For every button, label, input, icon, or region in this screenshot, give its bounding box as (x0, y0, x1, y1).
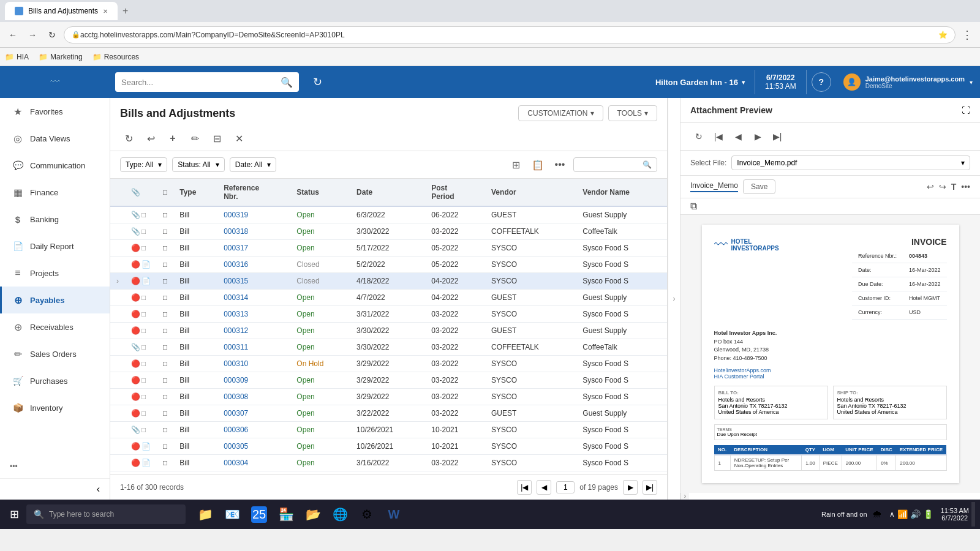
taskbar-icon-explorer[interactable]: 📂 (301, 502, 325, 527)
date-filter[interactable]: Date: All ▾ (230, 157, 277, 172)
sidebar-collapse-btn[interactable]: ‹ (0, 478, 110, 500)
redo-attachment-icon[interactable]: ↪ (939, 182, 946, 192)
help-btn[interactable]: ? (812, 72, 831, 92)
next-attachment-btn[interactable]: ▶ (749, 128, 766, 145)
row-ref-cell[interactable]: 000313 (217, 306, 290, 323)
taskbar-icon-store[interactable]: 🏪 (274, 502, 298, 527)
row-ref-cell[interactable]: 000318 (217, 223, 290, 240)
row-check-cell[interactable]: □ (157, 206, 173, 223)
tools-btn[interactable]: TOOLS ▾ (608, 105, 657, 121)
taskbar-icon-edge[interactable]: 🌐 (328, 502, 352, 527)
row-check-cell[interactable]: □ (157, 455, 173, 471)
row-check-cell[interactable]: □ (157, 356, 173, 372)
undo-attachment-icon[interactable]: ↩ (927, 182, 934, 192)
sidebar-item-sales-orders[interactable]: ✏ Sales Orders (0, 340, 110, 367)
taskbar-icon-chrome[interactable]: ⚙ (355, 502, 379, 527)
table-search-box[interactable]: 🔍 (573, 157, 657, 172)
refresh-attachment-btn[interactable]: ↻ (690, 128, 707, 145)
address-bar[interactable]: 🔒 acctg.hotelinvestorapps.com/Main?Compa… (64, 26, 956, 43)
prev-page-btn[interactable]: ◀ (537, 480, 551, 495)
row-check-cell[interactable]: □ (157, 306, 173, 323)
undo-btn[interactable]: ↩ (142, 130, 159, 147)
table-search-input[interactable] (579, 160, 640, 169)
row-check-cell[interactable]: □ (157, 290, 173, 306)
save-attachment-btn[interactable]: Save (743, 179, 775, 194)
ref-link[interactable]: 000315 (224, 277, 248, 285)
row-ref-cell[interactable]: 000316 (217, 257, 290, 273)
ref-link[interactable]: 000305 (224, 442, 248, 451)
right-collapse-btn[interactable]: › (680, 493, 689, 500)
new-tab-btn[interactable]: + (123, 6, 128, 17)
row-ref-cell[interactable]: 000307 (217, 405, 290, 422)
row-ref-cell[interactable]: 000319 (217, 206, 290, 223)
ref-link[interactable]: 000317 (224, 244, 248, 252)
row-ref-cell[interactable]: 000317 (217, 240, 290, 257)
row-ref-cell[interactable]: 000315 (217, 273, 290, 290)
hotel-selector[interactable]: Hilton Garden Inn - 16 ▾ (646, 73, 755, 92)
row-ref-cell[interactable]: 000311 (217, 339, 290, 356)
ref-link[interactable]: 000318 (224, 227, 248, 236)
edit-btn[interactable]: ✏ (186, 130, 203, 147)
row-ref-cell[interactable]: 000306 (217, 422, 290, 438)
sidebar-item-purchases[interactable]: 🛒 Purchases (0, 367, 110, 394)
ref-link[interactable]: 000307 (224, 409, 248, 418)
next-page-btn[interactable]: ▶ (623, 480, 638, 495)
row-check-cell[interactable]: □ (157, 273, 173, 290)
add-btn[interactable]: + (164, 130, 181, 147)
back-btn[interactable]: ← (5, 27, 21, 43)
ref-link[interactable]: 000319 (224, 211, 248, 219)
row-ref-cell[interactable]: 000305 (217, 438, 290, 455)
sidebar-item-daily-report[interactable]: 📄 Daily Report (0, 233, 110, 260)
save-row-btn[interactable]: ⊟ (208, 130, 225, 147)
text-attachment-icon[interactable]: T (951, 182, 957, 192)
ref-link[interactable]: 000311 (224, 343, 248, 351)
sidebar-item-data-views[interactable]: ◎ Data Views (0, 125, 110, 152)
ref-link[interactable]: 000304 (224, 459, 248, 467)
refresh-btn[interactable]: ↻ (120, 130, 137, 147)
ref-link[interactable]: 000309 (224, 376, 248, 384)
sidebar-item-communication[interactable]: 💬 Communication (0, 152, 110, 179)
sidebar-item-favorites[interactable]: ★ Favorites (0, 98, 110, 125)
row-check-cell[interactable]: □ (157, 257, 173, 273)
taskbar-icon-outlook[interactable]: 📧 (220, 502, 244, 527)
reload-btn[interactable]: ↻ (44, 27, 60, 43)
taskbar-clock[interactable]: 11:53 AM 6/7/2022 (941, 507, 969, 522)
taskbar-icon-files[interactable]: 📁 (193, 502, 217, 527)
row-check-cell[interactable]: □ (157, 223, 173, 240)
more-attachment-icon[interactable]: ••• (961, 182, 970, 192)
global-search[interactable]: 🔍 (115, 72, 299, 92)
forward-btn[interactable]: → (24, 27, 40, 43)
sidebar-item-projects[interactable]: ≡ Projects (0, 260, 110, 287)
extensions-btn[interactable]: ⋮ (959, 28, 975, 42)
row-check-cell[interactable]: □ (157, 438, 173, 455)
prev-attachment-btn[interactable]: ◀ (729, 128, 747, 145)
copy-icon[interactable]: ⧉ (690, 201, 697, 212)
row-check-cell[interactable]: □ (157, 389, 173, 405)
column-chooser-btn[interactable]: 📋 (529, 156, 546, 173)
sidebar-more[interactable]: ••• (0, 455, 110, 478)
row-ref-cell[interactable]: 000309 (217, 372, 290, 389)
row-ref-cell[interactable]: 000304 (217, 455, 290, 471)
history-btn[interactable]: ↻ (306, 71, 328, 93)
expand-arrow-icon[interactable]: › (116, 277, 119, 285)
ref-link[interactable]: 000313 (224, 310, 248, 318)
row-ref-cell[interactable]: 000308 (217, 389, 290, 405)
row-ref-cell[interactable]: 000312 (217, 323, 290, 339)
show-desktop-btn[interactable] (971, 502, 975, 527)
row-check-cell[interactable]: □ (157, 339, 173, 356)
taskbar-icon-timer[interactable]: 25 (247, 502, 271, 527)
more-options-btn[interactable]: ••• (551, 156, 568, 173)
sidebar-item-receivables[interactable]: ⊕ Receivables (0, 313, 110, 340)
last-page-btn[interactable]: ▶| (643, 480, 657, 495)
row-check-cell[interactable]: □ (157, 422, 173, 438)
tray-up-icon[interactable]: ∧ (889, 510, 895, 519)
sidebar-item-inventory[interactable]: 📦 Inventory (0, 394, 110, 421)
taskbar-search[interactable]: 🔍 Type here to search (26, 504, 186, 524)
expand-icon[interactable]: ⛶ (962, 105, 970, 115)
panel-collapse-toggle[interactable]: › (668, 98, 680, 500)
row-check-cell[interactable]: □ (157, 240, 173, 257)
ref-link[interactable]: 000306 (224, 425, 248, 434)
ref-link[interactable]: 000308 (224, 392, 248, 401)
sidebar-item-banking[interactable]: $ Banking (0, 206, 110, 233)
file-dropdown[interactable]: Invoice_Memo.pdf ▾ (731, 156, 970, 170)
